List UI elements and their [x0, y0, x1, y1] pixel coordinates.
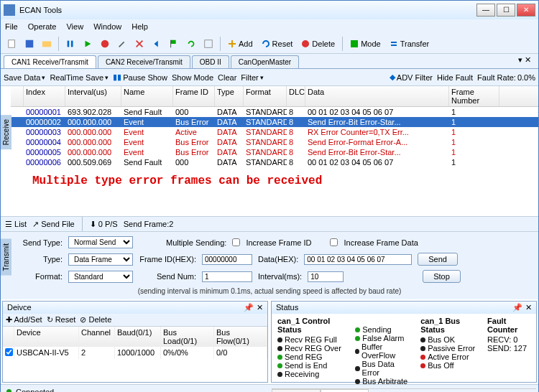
send-file-button[interactable]: ↗ Send File: [32, 220, 75, 229]
receive-toolbar: Save Data▾ RealTime Save▾ ▮▮Pause Show S…: [1, 69, 538, 86]
table-row[interactable]: 00000004000.000.000EventBus ErrorDATASTA…: [11, 137, 538, 147]
status-item: Send REG: [277, 353, 344, 361]
pin-icon[interactable]: 📌: [512, 303, 522, 312]
data-hex-input[interactable]: [304, 254, 412, 265]
cut-icon[interactable]: [132, 37, 147, 51]
add-button[interactable]: Add: [225, 39, 256, 48]
menu-window[interactable]: Window: [93, 22, 121, 31]
menu-operate[interactable]: Operate: [28, 22, 57, 31]
main-toolbar: Add Reset Delete Mode Transfer: [1, 34, 538, 54]
transmit-side-tab[interactable]: Transmit: [1, 239, 11, 276]
refresh-icon[interactable]: [184, 37, 198, 51]
multiple-sending-label: Multiple Sending:: [166, 238, 226, 247]
menu-file[interactable]: File: [5, 22, 18, 31]
format-label: Format:: [22, 272, 63, 281]
status-item: Bus Off: [420, 361, 476, 370]
reset-button[interactable]: Reset: [259, 39, 296, 48]
save-icon[interactable]: [22, 37, 37, 51]
status-dot-icon: [355, 379, 360, 384]
svg-point-11: [302, 40, 309, 47]
send-button[interactable]: Send: [418, 253, 458, 266]
tab-can1-status[interactable]: Can1 Status: [272, 389, 321, 392]
transfer-button[interactable]: Transfer: [387, 39, 433, 48]
increase-frame-data-label: Increase Frame Data: [344, 238, 418, 247]
clear-button[interactable]: Clear: [218, 73, 236, 82]
interval-input[interactable]: [308, 271, 344, 282]
device-checkbox[interactable]: [5, 348, 13, 356]
send-num-input[interactable]: [202, 271, 252, 282]
status-item: Send is End: [277, 361, 344, 370]
back-icon[interactable]: [149, 37, 164, 51]
increase-frame-id-label: Increase Frame ID: [246, 238, 311, 247]
status-item: Sending: [355, 325, 409, 334]
save-data-button[interactable]: Save Data▾: [4, 73, 45, 82]
mode-button[interactable]: Mode: [347, 39, 384, 48]
svg-rect-12: [351, 40, 358, 47]
device-addset-button[interactable]: ✚ Add/Set: [6, 315, 42, 325]
tab-obd2[interactable]: OBD II: [192, 55, 229, 68]
stop-button[interactable]: Stop: [423, 270, 461, 283]
device-delete-button[interactable]: ⊘ Delete: [80, 315, 111, 325]
menu-view[interactable]: View: [66, 22, 83, 31]
table-row[interactable]: 00000002000.000.000EventBus ErrorDATASTA…: [11, 117, 538, 127]
minimize-button[interactable]: —: [476, 4, 495, 17]
stop-icon[interactable]: [98, 37, 112, 51]
tab-can1[interactable]: CAN1 Receive/Transmit: [4, 55, 96, 68]
format-select[interactable]: Standard: [68, 271, 133, 283]
adv-filter-button[interactable]: ◆ADV Filter: [390, 73, 433, 82]
table-row[interactable]: 00000003000.000.000EventActiveDATASTANDA…: [11, 127, 538, 137]
device-reset-button[interactable]: ↻ Reset: [47, 315, 76, 325]
svg-rect-1: [26, 39, 34, 47]
status-dot-icon: [420, 355, 425, 360]
status-panel-title: Status: [276, 303, 298, 312]
folder-icon[interactable]: [40, 37, 54, 51]
table-row[interactable]: 00000005000.000.000EventBus ErrorDATASTA…: [11, 147, 538, 157]
tab-canopen[interactable]: CanOpenMaster: [231, 55, 299, 68]
flag-icon[interactable]: [167, 37, 181, 51]
table-row[interactable]: 00000001693.902.028Send Fault000DATASTAN…: [11, 107, 538, 117]
tab-can2-status[interactable]: Can2 Status: [321, 389, 369, 392]
new-icon[interactable]: [5, 37, 19, 51]
hide-fault-button[interactable]: Hide Fault: [437, 73, 473, 82]
ps-indicator: ⬇ 0 P/S: [90, 220, 118, 229]
show-mode-button[interactable]: Show Mode: [172, 73, 213, 82]
close-button[interactable]: ✕: [517, 4, 535, 17]
status-item: Recv REG Full: [277, 335, 344, 344]
menu-help[interactable]: Help: [132, 22, 148, 31]
panel-close-icon[interactable]: ✕: [525, 303, 532, 312]
send-type-select[interactable]: Normal Send: [68, 236, 133, 248]
tab-can2[interactable]: CAN2 Receive/Transmit: [98, 55, 190, 68]
status-dot-icon: [420, 346, 425, 351]
increase-frame-id-checkbox[interactable]: [232, 238, 240, 246]
tool-icon[interactable]: [115, 37, 129, 51]
delete-button[interactable]: Delete: [298, 39, 338, 48]
pin-icon[interactable]: 📌: [244, 303, 254, 312]
status-item: Bus Arbitrate: [355, 377, 409, 386]
pause-icon[interactable]: [63, 37, 78, 51]
send-form: Send Type: Normal Send Multiple Sending:…: [1, 232, 538, 299]
grid-icon[interactable]: [201, 37, 216, 51]
grid-header: IndexInterval(us)Name Frame IDTypeFormat…: [11, 86, 538, 107]
bus-status-title: can_1 Bus Status: [420, 317, 476, 334]
list-button[interactable]: ☰ List: [5, 220, 27, 229]
frame-id-input[interactable]: [202, 254, 252, 265]
realtime-save-button[interactable]: RealTime Save▾: [50, 73, 109, 82]
maximize-button[interactable]: ☐: [497, 4, 515, 17]
play-icon[interactable]: [80, 37, 95, 51]
receive-side-tab[interactable]: Receive: [1, 115, 11, 149]
status-item: Receiving: [277, 370, 344, 378]
table-row[interactable]: 00000006000.509.069Send Fault000DATASTAN…: [11, 157, 538, 167]
increase-frame-data-checkbox[interactable]: [330, 238, 338, 246]
svg-rect-0: [9, 39, 15, 47]
device-row[interactable]: USBCAN-II-V52 1000/10000%/0%0/0: [3, 347, 267, 359]
svg-marker-5: [86, 40, 91, 47]
receive-grid: IndexInterval(us)Name Frame IDTypeFormat…: [11, 86, 538, 216]
filter-button[interactable]: Filter▾: [241, 73, 263, 82]
titlebar: ECAN Tools — ☐ ✕: [1, 1, 538, 19]
svg-rect-4: [71, 40, 73, 47]
type-select[interactable]: Data Frame: [68, 253, 133, 266]
status-item: Bus Data Error: [355, 360, 409, 377]
pause-show-button[interactable]: ▮▮Pause Show: [113, 73, 167, 82]
panel-close-icon[interactable]: ✕: [257, 303, 263, 312]
tabs-dropdown-icon[interactable]: ▾ ✕: [514, 55, 535, 68]
